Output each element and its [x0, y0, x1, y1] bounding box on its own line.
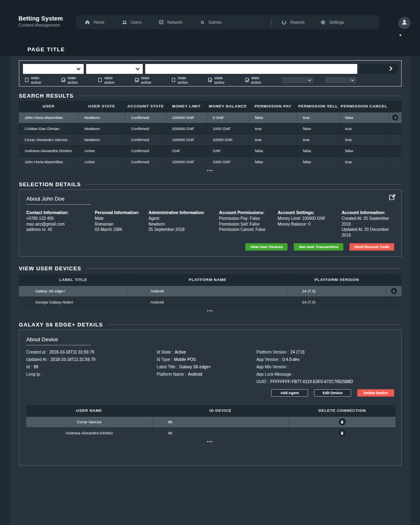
edit-device-button[interactable]: Edit Device: [314, 389, 351, 397]
more-rows-indicator[interactable]: •••: [26, 440, 394, 444]
nav-item-users[interactable]: Users: [122, 20, 142, 25]
search-results-title: SEARCH RESULTS: [19, 93, 402, 99]
chevron-right-icon: [392, 290, 395, 292]
table-row[interactable]: Andreea Alexandra DimitriuActiveConfirme…: [19, 145, 402, 156]
chevron-down-icon: [136, 66, 140, 71]
col-header-delete-connection[interactable]: DELETE CONNECTION: [289, 405, 395, 416]
row-expand-button[interactable]: [391, 288, 397, 294]
app-header: Betting System Content Management Home U…: [0, 0, 420, 56]
add-agent-button[interactable]: Add Agent: [271, 389, 308, 397]
device-connections-table: USER NAME ID DEVICE DELETE CONNECTION Ce…: [26, 405, 395, 438]
table-row[interactable]: Galaxy S6 edge+ Android 24 (7.0): [19, 285, 402, 297]
checkbox-label: state active: [178, 75, 193, 84]
row-expand-button[interactable]: [392, 114, 398, 121]
delete-device-button[interactable]: Delete Device: [357, 389, 394, 397]
col-header-money-limit[interactable]: MONEY LIMIT: [166, 100, 207, 112]
table-row[interactable]: Cezar Vancea 96: [26, 416, 395, 427]
col-header-label-title[interactable]: LABEL TITLE: [19, 274, 128, 285]
user-avatar[interactable]: [398, 17, 411, 29]
account-permissions-column: Account Permissions: Permission Pay: Fal…: [219, 210, 278, 238]
delete-connection-button[interactable]: [339, 429, 346, 436]
table-row[interactable]: John Horia MaximilianActiveConfirmed1000…: [19, 156, 402, 167]
col-header-actions: [389, 100, 402, 112]
person-icon: [401, 19, 408, 27]
state-active-checkbox[interactable]: state active: [208, 75, 230, 84]
more-rows-indicator[interactable]: •••: [19, 309, 402, 313]
col-header-permission-cancel[interactable]: PERMISSION CANCEL: [339, 100, 389, 112]
view-user-devices-button[interactable]: View User Devices: [245, 243, 288, 251]
state-active-checkbox[interactable]: state active: [25, 75, 46, 84]
search-submit-button[interactable]: [360, 64, 397, 74]
chevron-right-icon: [388, 66, 392, 71]
checkbox-box: [135, 78, 138, 82]
more-rows-indicator[interactable]: •••: [19, 169, 402, 173]
device-details-panel: About Device Created at :2018-10-18T11:3…: [19, 330, 402, 466]
col-header-money-balance[interactable]: MONEY BALANCE: [207, 100, 249, 112]
table-row[interactable]: Andreea Alexandra Dimitriu 96: [26, 427, 395, 438]
nav-item-network[interactable]: Network: [159, 20, 183, 25]
send-recover-code-button[interactable]: Send Recover Code: [349, 243, 394, 251]
checkbox-box: [245, 78, 249, 82]
filter-row: [23, 64, 397, 74]
nav-item-label: Users: [131, 20, 142, 25]
state-active-checkbox[interactable]: state active: [172, 75, 193, 84]
see-user-transactions-button[interactable]: See User Transactions: [294, 243, 343, 251]
col-header-user[interactable]: USER: [19, 100, 78, 112]
chevron-right-icon: [394, 116, 396, 119]
state-active-checkbox[interactable]: state active: [135, 75, 156, 84]
filter-select-2[interactable]: [86, 64, 143, 74]
state-active-checkbox[interactable]: state active: [245, 75, 267, 84]
nav-item-reports[interactable]: Reports: [281, 20, 305, 25]
device-info-col-2: Id State :Active Id Type :Mobile POS Lab…: [157, 350, 256, 384]
mini-select-group: [282, 77, 356, 83]
table-row[interactable]: Cezar Alexandru VanceaNewbornConfirmed10…: [19, 134, 402, 145]
table-row[interactable]: Cristian Dan DimianNewbornConfirmed20000…: [19, 123, 402, 134]
checkbox-label: state active: [214, 75, 230, 84]
device-info-grid: Created at :2018-10-18T11:31:59.79 Updat…: [26, 350, 394, 384]
checkbox-label: state active: [68, 75, 83, 84]
personal-info-column: Personal Information: Male Romanian 03 M…: [95, 210, 148, 238]
nav-item-games[interactable]: Games: [200, 20, 222, 25]
main-nav: Home Users Network Games Reports: [76, 15, 379, 29]
search-input[interactable]: [145, 64, 357, 74]
games-icon: [200, 20, 205, 25]
page-title: PAGE TITLE: [27, 46, 65, 52]
table-row[interactable]: John Horia MaximilianNewbornConfirmed100…: [19, 112, 402, 123]
edit-user-button[interactable]: [389, 194, 396, 202]
table-row[interactable]: George Galaxy Note4 Android 24 (7.0): [19, 297, 402, 308]
table-header-row: USER NAME ID DEVICE DELETE CONNECTION: [26, 405, 395, 416]
col-header-id-device[interactable]: ID DEVICE: [152, 405, 289, 416]
user-devices-table: LABEL TITLE PLATFORM NAME PLATFORM VERSI…: [19, 274, 402, 308]
state-active-checkbox[interactable]: state active: [62, 75, 83, 84]
nav-item-settings[interactable]: Settings: [320, 20, 344, 25]
col-header-user-state[interactable]: USER STATE: [78, 100, 125, 112]
filter-select-1[interactable]: [23, 64, 84, 74]
checkbox-box: [172, 78, 175, 82]
nav-item-label: Home: [94, 20, 105, 25]
nav-item-label: Settings: [329, 20, 344, 25]
col-header-permission-sell[interactable]: PERMISSION SELL: [297, 100, 339, 112]
nav-left-group: Home Users Network Games: [76, 20, 222, 25]
state-active-checkbox[interactable]: state active: [98, 75, 120, 84]
device-info-col-1: Created at :2018-10-18T11:31:59.79 Updat…: [26, 350, 157, 384]
delete-connection-button[interactable]: [339, 418, 346, 425]
filter-mini-select-2[interactable]: [325, 77, 356, 83]
main-content: state active state active state active s…: [10, 56, 410, 525]
nav-item-home[interactable]: Home: [85, 20, 105, 25]
chevron-down-icon: [308, 78, 311, 81]
filter-mini-select-1[interactable]: [282, 77, 313, 83]
selection-details-title: SELECTION DETAILS: [19, 181, 402, 187]
col-header-platform-version[interactable]: PLATFORM VERSION: [288, 274, 386, 285]
col-header-permission-pay[interactable]: PERMISSION PAY: [249, 100, 297, 112]
reports-icon: [281, 20, 287, 25]
gear-icon: [320, 20, 326, 25]
sparkle-icon[interactable]: ✦: [397, 33, 403, 37]
chevron-down-icon: [77, 66, 81, 71]
col-header-user-name[interactable]: USER NAME: [26, 405, 152, 416]
contact-info-column: Contact Information: +0765 123 456 max.a…: [26, 210, 95, 238]
checkbox-label: state active: [31, 75, 46, 84]
table-header-row: USER USER STATE ACCOUNT STATE MONEY LIMI…: [19, 100, 402, 112]
brand: Betting System Content Management: [18, 15, 63, 27]
col-header-account-state[interactable]: ACCOUNT STATE: [125, 100, 166, 112]
col-header-platform-name[interactable]: PLATFORM NAME: [128, 274, 288, 285]
